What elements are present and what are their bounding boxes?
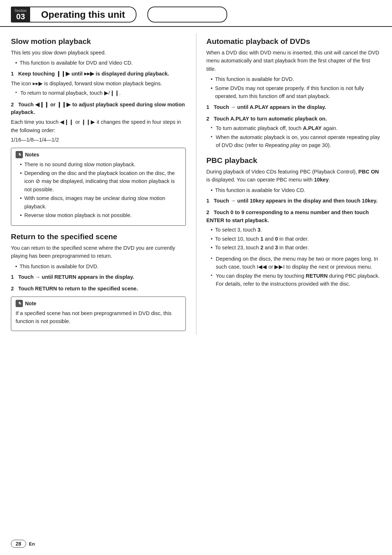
return-scene-step2: 2 Touch RETURN to return to the specifie… xyxy=(11,285,186,293)
list-item: To return to normal playback, touch ▶/❙❙… xyxy=(15,89,186,97)
page-footer: 28 En xyxy=(11,540,35,548)
notes-label: Notes xyxy=(25,152,39,158)
speed-order: 1/16—1/8—1/4—1/2 xyxy=(11,136,186,144)
list-item: When the automatic playback is on, you c… xyxy=(211,133,381,150)
list-item: Depending on the discs, the menu may be … xyxy=(211,255,381,271)
pbc-title: PBC playback xyxy=(207,156,381,165)
list-item: With some discs, images may be unclear d… xyxy=(20,194,181,211)
list-item: Reverse slow motion playback is not poss… xyxy=(20,211,181,219)
list-item: There is no sound during slow motion pla… xyxy=(20,160,181,168)
list-item: To turn automatic playback off, touch A.… xyxy=(211,124,381,132)
list-item: To select 3, touch 3. xyxy=(211,226,381,234)
step-body: The icon ▸▸▶ is displayed, forward slow … xyxy=(11,79,186,87)
list-item: This function is available for DVD and V… xyxy=(15,59,186,67)
step-heading: 2 Touch 0 to 9 corresponding to a menu n… xyxy=(207,209,381,225)
step-heading: 1 Keep touching ❙❙▶ until ▸▸▶ is display… xyxy=(11,70,186,78)
lang-label: En xyxy=(29,541,35,547)
auto-dvd-title: Automatic playback of DVDs xyxy=(207,37,381,46)
pbc-step1: 1 Touch → until 10key appears in the dis… xyxy=(207,197,381,205)
auto-dvd-step2: 2 Touch A.PLAY to turn automatic playbac… xyxy=(207,115,381,150)
auto-dvd-step2-list: To turn automatic playback off, touch A.… xyxy=(207,124,381,149)
pbc-step2-square: Depending on the discs, the menu may be … xyxy=(207,255,381,288)
note-box: ✎ Note If a specified scene has not been… xyxy=(11,297,186,331)
auto-dvd-step1: 1 Touch → until A.PLAY appears in the di… xyxy=(207,103,381,111)
page-title: Operating this unit xyxy=(41,9,125,20)
list-item: You can display the menu by touching RET… xyxy=(211,272,381,288)
slow-motion-step2: 2 Touch ◀❙❙ or ❙❙▶ to adjust playback sp… xyxy=(11,101,186,144)
list-item: This function is available for Video CD. xyxy=(211,186,381,194)
right-column: Automatic playback of DVDs When a DVD di… xyxy=(196,33,381,335)
main-content: Slow motion playback This lets you slow … xyxy=(0,30,392,346)
left-column: Slow motion playback This lets you slow … xyxy=(11,33,196,335)
pbc-step2-bullets: To select 3, touch 3. To select 10, touc… xyxy=(207,226,381,252)
note-icon: ✎ xyxy=(16,300,23,307)
note-label: Note xyxy=(25,301,36,306)
step-body: Each time you touch ◀❙❙ or ❙❙▶ it change… xyxy=(11,118,186,134)
notes-header: ✎ Notes xyxy=(16,151,181,158)
list-item: To select 10, touch 1 and 0 in that orde… xyxy=(211,235,381,243)
step1-square-list: To return to normal playback, touch ▶/❙❙… xyxy=(11,89,186,97)
header-right-box xyxy=(147,7,227,23)
page-header: Section 03 Operating this unit xyxy=(0,0,392,27)
list-item: Some DVDs may not operate properly. If t… xyxy=(211,84,381,101)
pbc-bullets: This function is available for Video CD. xyxy=(207,186,381,194)
slow-motion-intro: This lets you slow down playback speed. xyxy=(11,49,186,57)
section-num: 03 xyxy=(16,13,25,21)
step-heading: 1 Touch → until A.PLAY appears in the di… xyxy=(207,103,381,111)
list-item: To select 23, touch 2 and 3 in that orde… xyxy=(211,244,381,252)
list-item: Depending on the disc and the playback l… xyxy=(20,169,181,193)
auto-dvd-intro: When a DVD disc with DVD menu is inserte… xyxy=(207,49,381,73)
step-heading: 2 Touch RETURN to return to the specifie… xyxy=(11,285,186,293)
step-heading: 2 Touch ◀❙❙ or ❙❙▶ to adjust playback sp… xyxy=(11,101,186,117)
pbc-intro: During playback of Video CDs featuring P… xyxy=(207,168,381,184)
return-scene-step1: 1 Touch → until RETURN appears in the di… xyxy=(11,273,186,281)
step-heading: 1 Touch → until 10key appears in the dis… xyxy=(207,197,381,205)
return-scene-bullets: This function is available for DVD. xyxy=(11,262,186,270)
notes-icon: ✎ xyxy=(16,151,23,158)
list-item: This function is available for DVD. xyxy=(15,262,186,270)
slow-motion-step1: 1 Keep touching ❙❙▶ until ▸▸▶ is display… xyxy=(11,70,186,97)
slow-motion-bullets: This function is available for DVD and V… xyxy=(11,59,186,67)
header-title-box: Operating this unit xyxy=(30,7,136,23)
page-number: 28 xyxy=(11,540,26,548)
slow-motion-title: Slow motion playback xyxy=(11,37,186,46)
note-header: ✎ Note xyxy=(16,300,181,307)
return-scene-intro: You can return to the specified scene wh… xyxy=(11,244,186,260)
step-heading: 1 Touch → until RETURN appears in the di… xyxy=(11,273,186,281)
notes-list: There is no sound during slow motion pla… xyxy=(16,160,181,220)
notes-box: ✎ Notes There is no sound during slow mo… xyxy=(11,148,186,226)
note-body: If a specified scene has not been prepro… xyxy=(16,309,181,326)
step-heading: 2 Touch A.PLAY to turn automatic playbac… xyxy=(207,115,381,123)
return-scene-title: Return to the specified scene xyxy=(11,232,186,241)
auto-dvd-bullets: This function is available for DVD. Some… xyxy=(207,75,381,100)
list-item: This function is available for DVD. xyxy=(211,75,381,83)
pbc-step2: 2 Touch 0 to 9 corresponding to a menu n… xyxy=(207,209,381,288)
section-badge: Section 03 xyxy=(11,7,30,23)
